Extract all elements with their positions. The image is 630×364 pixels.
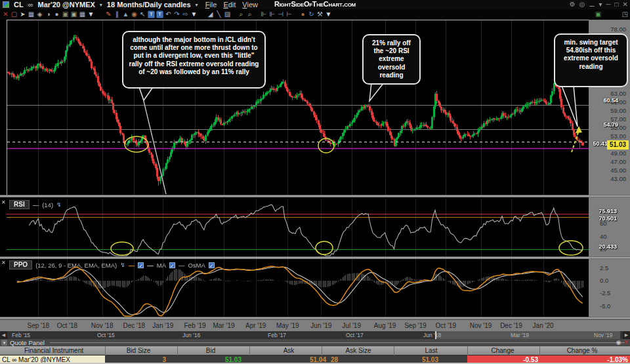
contrast-icon[interactable]: ◑	[44, 10, 52, 19]
forward-icon[interactable]: ⇨	[181, 10, 190, 19]
layout-icon[interactable]: ▦	[78, 10, 87, 19]
ppo-label[interactable]: PPO	[9, 260, 32, 270]
quote-col-divider	[177, 346, 178, 355]
green-panel-icon[interactable]: ▣	[594, 10, 602, 19]
rsi-params[interactable]: (14)	[42, 201, 53, 209]
symbol-dropdown-icon[interactable]: ▾	[100, 2, 102, 8]
grid-icon[interactable]: ▦	[27, 10, 35, 19]
quote-corner-icons: ◉✕	[616, 339, 629, 346]
dropdown-icon[interactable]: ▼	[87, 10, 95, 19]
month-label: Oct '18	[57, 322, 77, 329]
checkbox-icon[interactable]: ✓	[209, 262, 215, 268]
rsi-canvas[interactable]	[7, 199, 589, 256]
quote-panel-titlebar: ▾ Quote Panel ◉✕	[0, 339, 630, 346]
link-icon[interactable]: ◎	[579, 0, 585, 9]
price-tick: 47.00	[593, 159, 626, 165]
scroll-left-arrow[interactable]: ◀	[0, 331, 7, 339]
quote-col-header: Change %	[567, 347, 598, 354]
marquee-icon[interactable]: ▢	[10, 10, 18, 19]
bar-left-icon[interactable]: ⊩	[259, 10, 268, 19]
text-tool-icon[interactable]: T	[148, 10, 154, 18]
blob-icon[interactable]: ●	[299, 10, 307, 19]
zoom-out-icon[interactable]: ⌕	[245, 10, 254, 19]
quote-col-divider	[249, 346, 250, 355]
zoom-in-icon[interactable]: ⌕	[237, 10, 245, 19]
price-canvas[interactable]	[7, 20, 589, 195]
ppo-params[interactable]: (12, 26, 9 - EMA, EMA, EMA)	[35, 262, 117, 269]
rsi-flash-icon[interactable]: ↯	[56, 201, 62, 208]
layout-corner-icon[interactable]: ◳	[621, 10, 629, 19]
minimize-icon[interactable]: ─	[606, 0, 610, 9]
draw-icon[interactable]: ◢	[206, 10, 215, 19]
menu-bar: FileEditView	[205, 1, 258, 9]
candles-icon[interactable]: ∥	[113, 10, 121, 19]
close-chart-icon[interactable]: ✕	[1, 10, 10, 19]
close-quote-icon[interactable]: ✕	[623, 339, 629, 346]
callout-annotation[interactable]: although the major bottom in /CL didn't …	[122, 31, 266, 89]
refresh-icon[interactable]: ↻	[307, 10, 316, 19]
scroll-range-label: Oct '17	[346, 332, 364, 338]
redo-icon[interactable]: ↷	[173, 10, 181, 19]
wrench-icon[interactable]: ⚒	[316, 10, 324, 19]
hatch-icon[interactable]: ▨	[223, 10, 232, 19]
checkbox-icon[interactable]: ✓	[169, 262, 175, 268]
dropdown2-icon[interactable]: ▼	[190, 10, 198, 19]
pin-dropdown-icon[interactable]: ▾	[598, 0, 602, 9]
bar-right-icon[interactable]: ⊩	[268, 10, 276, 19]
image2-icon[interactable]: ▣	[70, 10, 78, 19]
menu-view[interactable]: View	[242, 1, 258, 9]
quote-col-header: Bid	[206, 347, 215, 354]
target-icon[interactable]: ◉	[130, 10, 138, 19]
circle-icon[interactable]: ●	[52, 10, 61, 19]
settings-icon[interactable]: ⚙	[570, 0, 576, 9]
price-tick: 63.00	[593, 91, 626, 97]
bar-narrow-icon[interactable]: ⊣	[276, 10, 285, 19]
menu-edit[interactable]: Edit	[223, 1, 236, 9]
date-axis[interactable]: Sep '18Oct '18Nov '18Dec '18Jan '19Feb '…	[0, 319, 630, 331]
dropdown3-icon[interactable]: ▼	[324, 10, 333, 19]
ppo-tick: -2.5	[600, 290, 610, 296]
quote-collapse-icon[interactable]: ▾	[1, 340, 7, 346]
pencil-icon[interactable]: ✎	[104, 10, 113, 19]
callout-annotation[interactable]: 21% rally off the ~20 RSI extreme overso…	[362, 34, 421, 85]
price-tick: 45.00	[593, 167, 626, 174]
pin-icon[interactable]: ⚊	[589, 0, 595, 9]
panel-separator[interactable]	[0, 195, 630, 197]
callout-annotation[interactable]: min. swing target 54.80ish off this extr…	[554, 33, 628, 87]
clone-icon[interactable]: ◈	[35, 10, 44, 19]
ppo-legend-items: —✓—MA✓—OsMA✓	[129, 262, 215, 269]
globe-icon[interactable]: ◉	[616, 339, 621, 346]
undo-icon[interactable]: ↶	[164, 10, 173, 19]
quote-col-divider	[467, 346, 468, 355]
image-icon[interactable]: ▣	[61, 10, 70, 19]
rsi-legend: RSI — (14) ↯	[9, 200, 62, 209]
time-scrollbar[interactable]: ◀ ▶ Feb '15Oct '15Jun '16Feb '17Oct '17J…	[0, 331, 630, 339]
cursor-icon[interactable]: ↖	[138, 10, 147, 19]
app-icon	[3, 1, 9, 8]
bar-widen-icon[interactable]: ⊢	[285, 10, 293, 19]
menu-file[interactable]: File	[205, 1, 217, 9]
scroll-right-arrow[interactable]: ▶	[623, 331, 630, 339]
month-label: Aug '19	[374, 322, 396, 329]
rsi-label[interactable]: RSI	[9, 200, 30, 209]
title-bar: CL ∞ Mar'20 @NYMEX ▾ 18 Months/Daily can…	[0, 0, 630, 9]
timeframe-label[interactable]: 18 Months/Daily candles	[107, 1, 191, 9]
mountain-icon[interactable]: ▲	[121, 10, 130, 19]
ppo-close-icon[interactable]: ✕	[1, 260, 6, 266]
rsi-swatch: —	[33, 201, 39, 209]
maximize-icon[interactable]: □	[615, 0, 619, 9]
ppo-flash-icon[interactable]: ↯	[120, 262, 125, 268]
contract-label[interactable]: Mar'20 @NYMEX	[38, 1, 95, 9]
scroll-range-label: Mar '19	[511, 332, 529, 338]
pointer-icon[interactable]: ➤	[18, 10, 27, 19]
trendline-icon[interactable]: ╲	[215, 10, 223, 19]
close-window-icon[interactable]: ✕	[623, 0, 628, 9]
text-tool2-icon[interactable]: T	[156, 10, 163, 18]
symbol-label[interactable]: CL	[14, 1, 24, 9]
panel-separator[interactable]	[0, 256, 630, 259]
timeframe-dropdown-icon[interactable]: ▾	[196, 2, 198, 8]
checkbox-icon[interactable]: ✓	[138, 262, 144, 268]
quote-col-divider	[322, 346, 322, 355]
rsi-close-icon[interactable]: ✕	[1, 200, 6, 205]
price-tick: 59.00	[593, 108, 626, 114]
